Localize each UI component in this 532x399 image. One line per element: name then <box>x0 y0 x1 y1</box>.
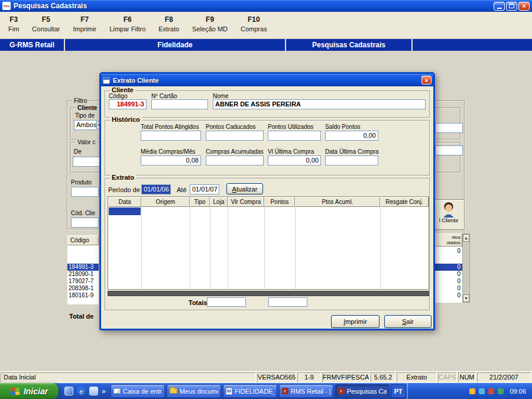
horizontal-scrollbar[interactable] <box>108 291 429 296</box>
nome-field[interactable]: ABNER DE ASSIS PEREIRA <box>213 99 426 109</box>
list-item[interactable]: 0 <box>435 271 462 278</box>
cliente-profile-label: l Cliente <box>439 218 459 223</box>
list-item[interactable]: 208398-1 <box>67 285 99 292</box>
total-pontos-atingidos-field[interactable] <box>141 131 201 141</box>
totais-field-2[interactable] <box>268 297 307 307</box>
toolbar-label: Limpar Filtro <box>109 25 145 33</box>
toolbar-button-extrato[interactable]: F8 Extrato <box>158 15 179 38</box>
column-header-data[interactable]: Data <box>108 197 141 207</box>
list-item[interactable]: 0 <box>435 264 462 271</box>
taskbar-task-rms-retail[interactable]: r RMS Retail - [Cl... <box>279 384 333 398</box>
close-button[interactable]: × <box>518 2 530 11</box>
selected-cell[interactable] <box>109 207 141 215</box>
language-indicator[interactable]: PT <box>391 384 406 398</box>
filter-field-partial[interactable] <box>435 145 463 155</box>
toolbar-button-selecao-md[interactable]: F9 Seleção MD <box>192 15 228 38</box>
dialog-titlebar[interactable]: Extrato Cliente × <box>101 74 433 86</box>
filtro-cliente-legend: Cliente <box>76 104 99 112</box>
toolbar-button-consultar[interactable]: F5 Consultar <box>32 15 60 38</box>
tipo-cliente-select[interactable]: Ambos ▼ <box>74 120 101 130</box>
atualizar-button[interactable]: Atualizar <box>226 183 263 194</box>
tray-icon[interactable] <box>479 388 485 394</box>
sair-button[interactable]: Sair <box>384 315 432 328</box>
vertical-scrollbar[interactable]: ▲ ▼ <box>462 233 470 303</box>
maximize-button[interactable] <box>506 2 517 11</box>
toolbar-label: Seleção MD <box>192 25 228 33</box>
imprimir-button[interactable]: Imprimir <box>331 315 379 328</box>
list-item[interactable]: 0 <box>435 248 462 255</box>
system-tray: 09:06 <box>407 383 532 399</box>
list-item[interactable]: 0 <box>435 285 462 292</box>
column-header-origem[interactable]: Origem <box>141 197 190 207</box>
list-item[interactable]: 180161-9 <box>67 292 99 299</box>
vl-ultima-compra-field[interactable]: 0,00 <box>268 155 321 166</box>
column-header-vlr-compra[interactable]: Vlr Compra <box>228 197 264 207</box>
toolbar-key: F10 <box>241 15 267 24</box>
tray-icon[interactable] <box>498 388 504 394</box>
list-item[interactable]: 0 <box>435 278 462 285</box>
codigo-column-header[interactable]: Código <box>67 235 99 245</box>
status-page: 1-9 <box>297 372 321 382</box>
pontos-acumulados-column-header[interactable]: ntos ulados <box>435 233 462 246</box>
toolbar-button-compras[interactable]: F10 Compras <box>241 15 267 38</box>
taskbar-task-fidelidade[interactable]: W FIDELIDADE_2... <box>223 384 277 398</box>
taskbar-task-caixa-de-entrada[interactable]: Caixa de entra... <box>111 384 165 398</box>
toolbar-button-imprimir[interactable]: F7 Imprimir <box>73 15 96 38</box>
list-item[interactable]: 179027-7 <box>67 278 99 285</box>
media-compras-mes-field[interactable]: 0,08 <box>141 155 201 166</box>
app-icon[interactable]: rms <box>2 2 11 10</box>
list-item[interactable]: 0 <box>435 292 462 299</box>
codigo-field[interactable]: 184991-3 <box>109 99 147 109</box>
taskbar-task-pesquisas-cadastrais[interactable]: r Pesquisas Cad... <box>335 384 390 398</box>
periodo-de-field[interactable]: 01/01/06 <box>141 184 171 194</box>
extrato-table-body[interactable] <box>108 207 429 289</box>
start-button[interactable]: Iniciar <box>0 383 59 399</box>
dialog-close-button[interactable]: × <box>421 76 432 85</box>
tipo-cliente-value: Ambos <box>76 121 96 129</box>
scroll-down-icon[interactable]: ▼ <box>463 294 469 302</box>
column-header-resgate-conj[interactable]: Resgate Conj. <box>380 197 429 207</box>
produto-field[interactable] <box>71 187 99 197</box>
list-item[interactable]: 184991-3 <box>67 264 99 271</box>
cartao-field[interactable] <box>151 99 208 109</box>
show-desktop-icon[interactable] <box>64 387 73 395</box>
window-titlebar[interactable]: rms Pesquisas Cadastrais × <box>0 0 532 12</box>
ie-icon[interactable]: e <box>77 387 86 395</box>
list-item[interactable]: 218090-1 <box>67 271 99 278</box>
column-header-ptos-acuml[interactable]: Ptos Acuml. <box>295 197 380 207</box>
column-header-loja[interactable]: Loja <box>210 197 228 207</box>
pontos-caducados-label: Pontos Caducados <box>206 124 256 130</box>
toolbar-button-limpar-filtro[interactable]: F6 Limpar Filtro <box>109 15 145 38</box>
tray-icon[interactable] <box>488 388 494 394</box>
historico-legend: Histórico <box>110 116 142 124</box>
column-divider <box>228 207 228 289</box>
toolbar-button-fim[interactable]: F3 Fim <box>8 15 19 38</box>
minimize-button[interactable] <box>494 2 505 11</box>
clock[interactable]: 09:06 <box>510 388 526 395</box>
scroll-up-icon[interactable]: ▲ <box>463 234 469 242</box>
saldo-pontos-field[interactable]: 0,00 <box>325 131 378 141</box>
totais-field-1[interactable] <box>207 297 246 307</box>
outlook-icon[interactable] <box>89 387 98 395</box>
filter-field-partial[interactable] <box>435 123 463 133</box>
cod-cliente-field[interactable] <box>71 218 99 228</box>
pontos-caducados-field[interactable] <box>206 131 264 141</box>
chevron-overflow-icon[interactable]: » <box>102 387 106 395</box>
valor-de-field[interactable] <box>73 157 100 167</box>
pontos-utilizados-field[interactable] <box>268 131 321 141</box>
taskbar-task-meus-documentos[interactable]: Meus documentos <box>167 384 221 398</box>
column-header-tipo[interactable]: Tipo <box>190 197 210 207</box>
compras-acumuladas-field[interactable] <box>206 155 264 166</box>
pontos-utilizados-label: Pontos Utilizados <box>268 124 313 130</box>
toolbar-key: F3 <box>8 15 19 24</box>
cliente-profile-button[interactable]: l Cliente <box>433 199 465 230</box>
start-label: Iniciar <box>24 387 48 396</box>
cod-cliente-label: Cód. Clie <box>71 210 95 216</box>
column-header-pontos[interactable]: Pontos <box>264 197 295 207</box>
tray-icon[interactable] <box>469 388 475 394</box>
data-ultima-compra-field[interactable] <box>325 155 378 166</box>
column-divider <box>141 207 142 289</box>
rms-icon: r <box>282 388 288 394</box>
ate-field[interactable]: 01/01/07 <box>190 184 219 194</box>
status-num: NUM <box>458 372 476 382</box>
